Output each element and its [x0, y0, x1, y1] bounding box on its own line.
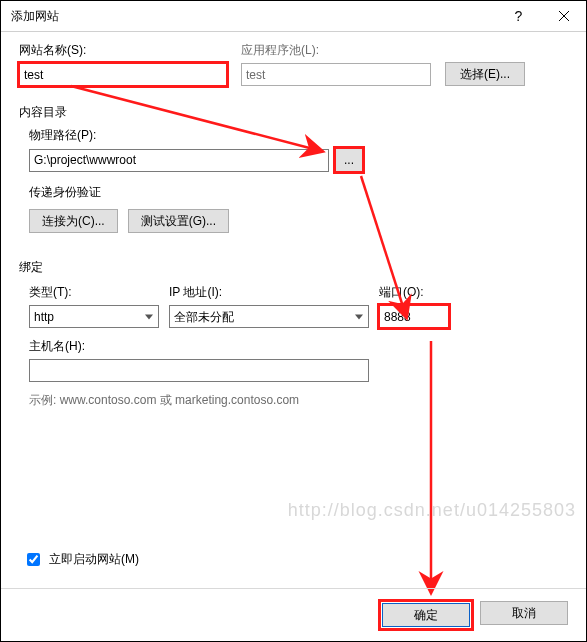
watermark: http://blog.csdn.net/u014255803: [288, 500, 576, 521]
select-app-pool-button[interactable]: 选择(E)...: [445, 62, 525, 86]
app-pool-label: 应用程序池(L):: [241, 42, 431, 59]
app-pool-input: [241, 63, 431, 86]
start-immediately-row: 立即启动网站(M): [23, 550, 139, 569]
site-name-input[interactable]: [19, 63, 227, 86]
port-label: 端口(O):: [379, 284, 449, 301]
type-label: 类型(T):: [29, 284, 159, 301]
content-group-label: 内容目录: [19, 104, 568, 121]
physical-path-label: 物理路径(P):: [29, 127, 568, 144]
cancel-button[interactable]: 取消: [480, 601, 568, 625]
start-immediately-label: 立即启动网站(M): [49, 551, 139, 568]
add-website-dialog: 添加网站 ? 网站名称(S): 应用程序池(L): 选择(E)... 内容目录: [0, 0, 587, 642]
hostname-input[interactable]: [29, 359, 369, 382]
connect-as-button[interactable]: 连接为(C)...: [29, 209, 118, 233]
ip-label: IP 地址(I):: [169, 284, 369, 301]
test-settings-button[interactable]: 测试设置(G)...: [128, 209, 229, 233]
browse-path-button[interactable]: ...: [335, 148, 363, 172]
dialog-footer: 确定 取消: [1, 589, 586, 641]
type-select[interactable]: http: [29, 305, 159, 328]
hostname-label: 主机名(H):: [29, 338, 568, 355]
binding-group-label: 绑定: [19, 259, 568, 276]
help-button[interactable]: ?: [496, 2, 541, 31]
port-input[interactable]: [379, 305, 449, 328]
pass-auth-label: 传递身份验证: [29, 184, 568, 201]
titlebar: 添加网站 ?: [1, 1, 586, 32]
physical-path-input[interactable]: [29, 149, 329, 172]
start-immediately-checkbox[interactable]: [27, 553, 40, 566]
dialog-title: 添加网站: [11, 8, 496, 25]
ok-button[interactable]: 确定: [382, 603, 470, 627]
hostname-example: 示例: www.contoso.com 或 marketing.contoso.…: [29, 392, 568, 409]
site-name-label: 网站名称(S):: [19, 42, 227, 59]
dialog-body: 网站名称(S): 应用程序池(L): 选择(E)... 内容目录 物理路径(P)…: [1, 32, 586, 409]
close-button[interactable]: [541, 2, 586, 31]
close-icon: [559, 11, 569, 21]
ip-select[interactable]: 全部未分配: [169, 305, 369, 328]
